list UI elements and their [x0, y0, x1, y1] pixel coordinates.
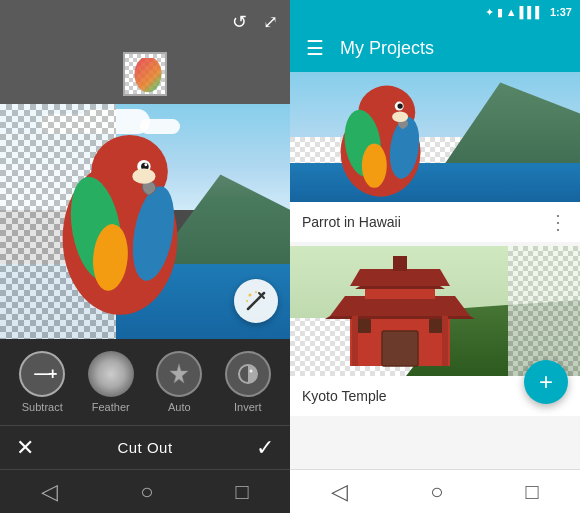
- parrot-project-image: [290, 72, 580, 202]
- undo-icon[interactable]: ↺: [232, 11, 247, 33]
- projects-list: Parrot in Hawaii ⋮: [290, 72, 580, 469]
- kyoto-temple-svg: [300, 251, 500, 371]
- kyoto-project-name: Kyoto Temple: [302, 388, 387, 404]
- left-nav-bar: ◁ ○ □: [0, 469, 290, 513]
- cancel-button[interactable]: ✕: [16, 435, 34, 461]
- right-recents-icon[interactable]: □: [526, 479, 539, 505]
- parrot-project-svg: [305, 72, 465, 202]
- svg-point-15: [249, 370, 252, 373]
- parrot-image: [20, 114, 220, 334]
- wand-button[interactable]: [234, 279, 278, 323]
- status-icons: ✦ ▮ ▲ ▌▌▌ 1:37: [485, 6, 572, 19]
- svg-point-10: [249, 294, 252, 297]
- feather-label: Feather: [92, 401, 130, 413]
- wand-icon: [244, 289, 268, 313]
- svg-rect-37: [455, 251, 500, 371]
- parrot-project-info: Parrot in Hawaii ⋮: [290, 202, 580, 242]
- battery-icon: ▮: [497, 6, 503, 19]
- subtract-label: Subtract: [22, 401, 63, 413]
- project-item-parrot[interactable]: Parrot in Hawaii ⋮: [290, 72, 580, 242]
- parrot-more-icon[interactable]: ⋮: [548, 210, 568, 234]
- wifi-icon: ▲: [506, 6, 517, 18]
- confirm-button[interactable]: ✓: [256, 435, 274, 461]
- left-home-icon[interactable]: ○: [140, 479, 153, 505]
- invert-icon-svg: [236, 362, 260, 386]
- auto-label: Auto: [168, 401, 191, 413]
- svg-point-23: [392, 111, 408, 122]
- svg-rect-30: [393, 256, 407, 271]
- bluetooth-icon: ✦: [485, 6, 494, 19]
- left-toolbar: ↺ ⤢: [0, 0, 290, 44]
- svg-point-7: [144, 163, 147, 166]
- subtract-tool[interactable]: — + Subtract: [19, 351, 65, 413]
- svg-marker-26: [325, 316, 475, 319]
- right-panel: ✦ ▮ ▲ ▌▌▌ 1:37 ☰ My Projects: [290, 0, 580, 513]
- status-bar: ✦ ▮ ▲ ▌▌▌ 1:37: [290, 0, 580, 24]
- right-home-icon[interactable]: ○: [430, 479, 443, 505]
- svg-marker-29: [355, 286, 445, 289]
- cut-out-title: Cut Out: [117, 439, 172, 456]
- auto-tool[interactable]: Auto: [156, 351, 202, 413]
- status-time: 1:37: [550, 6, 572, 18]
- tool-buttons: — + Subtract Feather Auto: [0, 347, 290, 421]
- fab-button[interactable]: +: [524, 360, 568, 404]
- svg-point-11: [255, 291, 257, 293]
- right-back-icon[interactable]: ◁: [331, 479, 348, 505]
- canvas-area: [0, 104, 290, 339]
- svg-rect-36: [442, 316, 448, 366]
- kyoto-transparency: [508, 246, 581, 376]
- svg-point-8: [132, 169, 155, 184]
- svg-rect-35: [352, 316, 358, 366]
- invert-tool[interactable]: Invert: [225, 351, 271, 413]
- left-recents-icon[interactable]: □: [236, 479, 249, 505]
- auto-icon-svg: [167, 362, 191, 386]
- left-panel: ↺ ⤢: [0, 0, 290, 513]
- svg-point-12: [246, 300, 248, 302]
- svg-point-20: [362, 143, 387, 187]
- right-nav-bar: ◁ ○ □: [290, 469, 580, 513]
- signal-icon: ▌▌▌: [520, 6, 543, 18]
- expand-icon[interactable]: ⤢: [263, 11, 278, 33]
- menu-icon[interactable]: ☰: [306, 36, 324, 60]
- invert-label: Invert: [234, 401, 262, 413]
- app-bar: ☰ My Projects: [290, 24, 580, 72]
- bottom-action-bar: ✕ Cut Out ✓: [0, 425, 290, 469]
- app-bar-title: My Projects: [340, 38, 434, 59]
- bottom-tools: — + Subtract Feather Auto: [0, 339, 290, 425]
- project-item-kyoto[interactable]: Kyoto Temple +: [290, 246, 580, 416]
- mini-preview: [123, 52, 167, 96]
- left-back-icon[interactable]: ◁: [41, 479, 58, 505]
- svg-rect-31: [382, 331, 418, 366]
- feather-tool[interactable]: Feather: [88, 351, 134, 413]
- kyoto-project-image: [290, 246, 580, 376]
- parrot-project-name: Parrot in Hawaii: [302, 214, 401, 230]
- svg-point-22: [397, 103, 402, 108]
- svg-marker-28: [350, 269, 450, 286]
- svg-point-14: [243, 370, 246, 373]
